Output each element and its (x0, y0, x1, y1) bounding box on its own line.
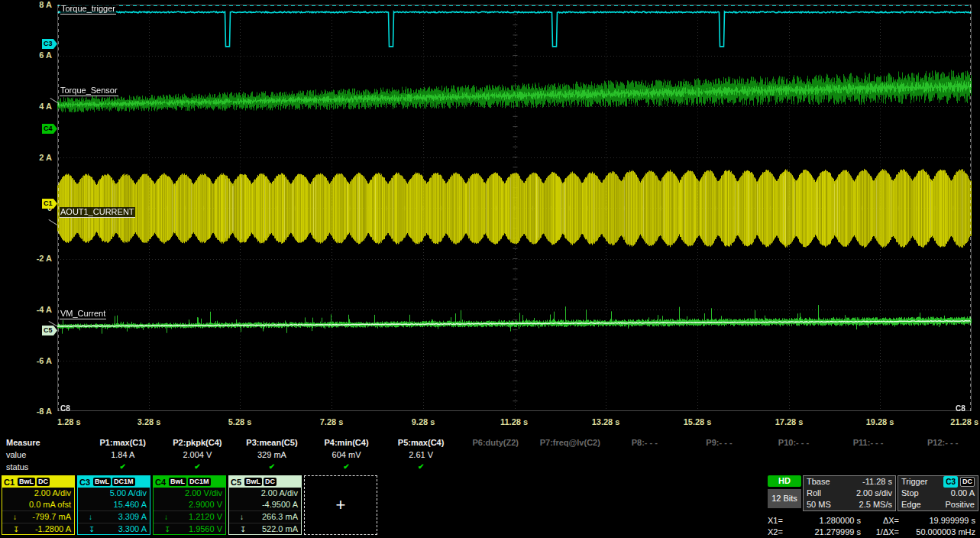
trace-label-torque-sensor[interactable]: Torque_Sensor (60, 86, 118, 96)
channel-cursor1-value: -799.7 mA (32, 511, 71, 523)
measure-p1-value: 1.84 A (86, 450, 160, 459)
trigger-slope: Positive (945, 499, 975, 510)
measure-p3-header[interactable]: P3:mean(C5) (234, 438, 309, 447)
cursor-downbar-arrow-icon: ↧ (240, 523, 246, 535)
hd-mode-badge[interactable]: HD (768, 475, 801, 487)
x-axis-label: 1.28 s (57, 417, 81, 426)
channel-offset: 2.9000 V (154, 499, 225, 510)
inv-dx-label: 1/ΔX= (861, 527, 899, 538)
channel-cursor-row: ↓ 3.309 A (78, 510, 150, 523)
add-trace-button[interactable]: + (304, 475, 377, 535)
channel-id: C3 (79, 478, 90, 487)
acquisition-cluster: HD 12 Bits Tbase -11.28 s Roll 2.00 s/di… (768, 475, 980, 538)
cursor-downbar-arrow-icon: ↧ (164, 523, 170, 535)
channel-cursor1-value: 266.3 mA (262, 511, 298, 523)
channel-header: C4 BwL DC1M (154, 476, 225, 488)
x-axis-label: 7.28 s (320, 417, 344, 426)
trace-label-vm-current[interactable]: VM_Current (60, 309, 106, 319)
channel-cursor-row: ↧ 3.300 A (78, 523, 150, 535)
measure-p11-header[interactable]: P11:- - - (831, 438, 906, 447)
channel-cursor2-value: 1.9560 V (189, 523, 222, 535)
trigger-level: 0.00 A (951, 488, 975, 499)
corner-label-right: C8 (956, 404, 965, 413)
bandwidth-limit-badge: BwL (93, 478, 111, 486)
y-axis-label: -6 A (0, 356, 52, 365)
channel-header: C1 BwL DC (2, 476, 74, 488)
x1-cursor-value: 1.280000 s (794, 515, 861, 527)
trace-label-aout1-current[interactable]: AOUT1_CURRENT (60, 207, 135, 218)
y-axis-label: 4 A (0, 102, 52, 111)
plus-icon: + (336, 495, 346, 515)
measure-p7-header[interactable]: P7:freq@lv(C2) (533, 438, 608, 447)
x-axis-label: 15.28 s (684, 417, 712, 426)
trace-label-torque-trigger[interactable]: Torque_trigger (60, 4, 116, 15)
coupling-badge: DC1M (112, 478, 135, 486)
channel-header: C5 BwL DC (229, 476, 301, 488)
channel-header: C3 BwL DC1M (78, 476, 150, 488)
timebase-descriptor[interactable]: Tbase -11.28 s Roll 2.00 s/div 50 MS 2.5… (803, 475, 896, 511)
measure-p4-value: 604 mV (309, 450, 384, 459)
measure-p2-value: 2.004 V (160, 450, 235, 459)
measure-p12-header[interactable]: P12:- - - (905, 438, 980, 447)
trigger-type: Edge (901, 499, 943, 510)
channel-cursor2-value: 522.0 mA (262, 523, 298, 535)
channel-scale: 2.00 V/div (154, 488, 225, 499)
timebase-mode: Roll (807, 488, 854, 499)
channel-cursor-row: ↧ 1.9560 V (154, 523, 225, 535)
x2-cursor-label: X2= (768, 527, 794, 538)
channel-descriptor-c3[interactable]: C3 BwL DC1M 5.00 A/div 15.460 A ↓ 3.309 … (77, 475, 150, 535)
channel-descriptor-c4[interactable]: C4 BwL DC1M 2.00 V/div 2.9000 V ↓ 1.2120… (153, 475, 226, 535)
dx-label: ΔX= (861, 515, 899, 527)
x-axis-label: 9.28 s (412, 417, 435, 426)
measure-p2-header[interactable]: P2:pkpk(C4) (160, 438, 235, 447)
channel-cursor1-value: 3.309 A (118, 511, 147, 523)
x-axis-label: 21.28 s (950, 417, 978, 426)
measure-p8-header[interactable]: P8:- - - (607, 438, 682, 447)
x-axis-label: 17.28 s (775, 417, 804, 426)
status-ok-icon: ✔ (383, 462, 458, 471)
channel-cursor-row: ↧ 522.0 mA (229, 523, 301, 535)
channel-scale: 5.00 A/div (78, 488, 150, 499)
timebase-scale: 2.00 s/div (856, 488, 892, 499)
cursor-down-arrow-icon: ↓ (13, 511, 17, 523)
channel-marker-c1[interactable]: C1 (42, 199, 57, 209)
trigger-descriptor[interactable]: Trigger C3 DC Stop 0.00 A Edge Positive (898, 475, 978, 511)
oscilloscope-screen: 8 A 6 A 4 A 2 A 0 -2 A -4 A -6 A -8 A 1.… (0, 0, 980, 538)
channel-descriptor-c1[interactable]: C1 BwL DC 2.00 A/div 0.0 mA ofst ↓ -799.… (2, 475, 75, 535)
measure-p1-header[interactable]: P1:max(C1) (86, 438, 160, 447)
channel-marker-c3[interactable]: C3 (42, 39, 57, 49)
bandwidth-limit-badge: BwL (244, 478, 262, 486)
trigger-title: Trigger (901, 476, 941, 488)
status-ok-icon: ✔ (86, 462, 160, 471)
measure-table: Measure P1:max(C1) P2:pkpk(C4) P3:mean(C… (0, 436, 980, 472)
channel-id: C5 (231, 478, 241, 487)
channel-cursor2-value: -1.2800 A (35, 523, 71, 535)
trigger-mode: Stop (901, 488, 949, 499)
channel-marker-c4[interactable]: C4 (42, 124, 57, 134)
y-axis-label: 6 A (0, 50, 52, 60)
coupling-badge: DC (264, 478, 277, 486)
measure-p6-header[interactable]: P6:duty(Z2) (458, 438, 533, 447)
x2-cursor-value: 21.279999 s (794, 527, 861, 538)
bottom-bar: C1 BwL DC 2.00 A/div 0.0 mA ofst ↓ -799.… (0, 475, 980, 538)
channel-cursor-row: ↓ 1.2120 V (154, 510, 225, 523)
status-ok-icon: ✔ (234, 462, 309, 471)
waveform-grid[interactable] (57, 5, 972, 411)
dx-value: 19.999999 s (899, 515, 975, 527)
channel-id: C1 (4, 478, 15, 487)
measure-p3-value: 329 mA (234, 450, 309, 459)
x-axis-label: 13.28 s (592, 417, 620, 426)
measure-p10-header[interactable]: P10:- - - (756, 438, 831, 447)
timebase-rate: 2.5 MS/s (859, 499, 892, 510)
channel-descriptor-c5[interactable]: C5 BwL DC 2.00 A/div -4.9500 A ↓ 266.3 m… (228, 475, 302, 535)
x-axis-label: 3.28 s (137, 417, 161, 426)
channel-marker-c5[interactable]: C5 (42, 326, 57, 335)
measure-p4-header[interactable]: P4:min(C4) (309, 438, 384, 447)
measure-p5-header[interactable]: P5:max(C4) (383, 438, 458, 447)
coupling-badge: DC (37, 478, 50, 486)
status-ok-icon: ✔ (309, 462, 384, 471)
channel-scale: 2.00 A/div (229, 488, 301, 499)
measure-row-label: value (0, 450, 86, 459)
measure-p9-header[interactable]: P9:- - - (682, 438, 757, 447)
trigger-source-badge: C3 (943, 476, 958, 488)
